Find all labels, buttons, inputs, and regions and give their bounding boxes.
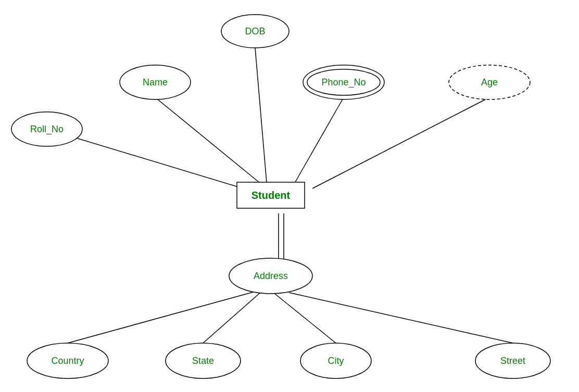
country-label: Country — [51, 356, 84, 366]
line-student-rollno — [47, 129, 266, 195]
state-label: State — [192, 356, 214, 366]
age-label: Age — [481, 77, 498, 87]
line-address-country — [68, 292, 255, 343]
city-label: City — [328, 356, 344, 366]
phoneno-label: Phone_No — [321, 77, 366, 88]
line-address-city — [273, 293, 336, 343]
line-address-state — [203, 293, 260, 343]
line-student-phoneno — [292, 97, 344, 188]
dob-label: DOB — [245, 26, 265, 36]
line-student-dob — [255, 48, 267, 188]
student-label: Student — [251, 189, 291, 201]
name-label: Name — [143, 77, 168, 87]
line-address-street — [289, 293, 513, 343]
line-student-age — [312, 97, 489, 188]
line-student-name — [155, 97, 267, 188]
street-label: Street — [500, 356, 525, 366]
address-label: Address — [254, 271, 288, 281]
rollno-label: Roll_No — [30, 124, 64, 135]
